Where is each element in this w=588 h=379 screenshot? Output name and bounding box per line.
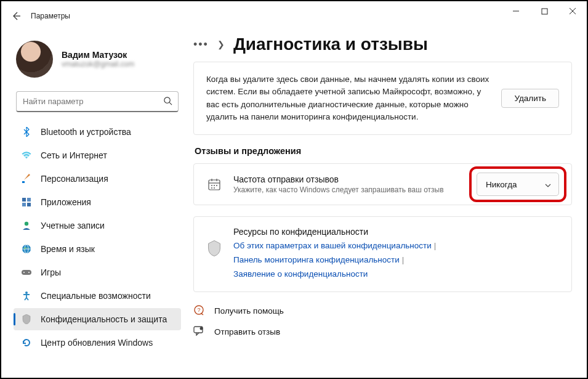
page-title: Диагностика и отзывы	[233, 35, 428, 54]
svg-point-22	[214, 185, 215, 186]
feedback-frequency-card: Частота отправки отзывов Укажите, как ча…	[193, 163, 572, 205]
resources-title: Ресурсы по конфиденциальности	[233, 227, 438, 237]
sidebar-item-label: Специальные возможности	[41, 291, 151, 301]
svg-text:?: ?	[197, 307, 200, 313]
breadcrumb: ••• ❯ Диагностика и отзывы	[193, 35, 572, 54]
give-feedback-label: Отправить отзыв	[214, 327, 280, 336]
svg-rect-1	[542, 9, 547, 14]
svg-point-24	[211, 187, 212, 189]
sidebar-item-bluetooth[interactable]: Bluetooth и устройства	[14, 121, 181, 143]
privacy-link-statement[interactable]: Заявление о конфиденциальности	[233, 269, 368, 279]
frequency-title: Частота отправки отзывов	[233, 174, 465, 184]
svg-point-23	[216, 185, 217, 186]
svg-point-2	[164, 97, 170, 103]
sidebar-item-label: Игры	[41, 267, 61, 277]
profile-name: Вадим Матузок	[62, 50, 134, 60]
sidebar-item-label: Время и язык	[41, 244, 95, 254]
privacy-link-about[interactable]: Об этих параметрах и вашей конфиденциаль…	[233, 241, 432, 250]
svg-rect-4	[22, 181, 25, 183]
globe-icon	[21, 243, 32, 255]
sidebar-item-accounts[interactable]: Учетные записи	[14, 214, 181, 237]
sidebar-item-label: Приложения	[41, 197, 91, 207]
gamepad-icon	[21, 267, 32, 278]
privacy-link-dashboard[interactable]: Панель мониторинга конфиденциальности	[233, 255, 400, 264]
sidebar-item-apps[interactable]: Приложения	[14, 191, 181, 213]
search-box	[16, 91, 179, 112]
back-button[interactable]	[4, 4, 28, 28]
sidebar: Вадим Матузок vmatuzok@gmail.com Bluetoo…	[1, 31, 186, 378]
svg-point-14	[23, 272, 25, 273]
privacy-resources-card: Ресурсы по конфиденциальности Об этих па…	[193, 216, 572, 292]
give-feedback-link[interactable]: Отправить отзыв	[193, 326, 572, 338]
profile-block[interactable]: Вадим Матузок vmatuzok@gmail.com	[14, 36, 181, 89]
shield-icon	[206, 240, 222, 256]
svg-rect-13	[22, 270, 31, 275]
svg-rect-5	[22, 198, 26, 202]
breadcrumb-more-icon[interactable]: •••	[193, 38, 209, 51]
sidebar-item-accessibility[interactable]: Специальные возможности	[14, 285, 181, 307]
sidebar-item-label: Учетные записи	[41, 221, 105, 230]
nav-list: Bluetooth и устройства Сеть и Интернет П…	[14, 121, 181, 354]
search-input[interactable]	[16, 91, 179, 112]
feedback-section-title: Отзывы и предложения	[195, 146, 572, 156]
apps-icon	[21, 197, 32, 208]
close-button[interactable]	[558, 1, 587, 21]
delete-data-card: Когда вы удалите здесь свои данные, мы н…	[193, 62, 572, 135]
sidebar-item-privacy[interactable]: Конфиденциальность и защита	[14, 308, 181, 330]
svg-rect-7	[22, 203, 26, 206]
sidebar-item-label: Bluetooth и устройства	[41, 127, 131, 137]
svg-point-9	[25, 222, 28, 226]
sidebar-item-time-language[interactable]: Время и язык	[14, 238, 181, 260]
main-content: ••• ❯ Диагностика и отзывы Когда вы удал…	[186, 31, 587, 378]
get-help-link[interactable]: ? Получить помощь	[193, 304, 572, 317]
frequency-dropdown[interactable]: Никогда	[477, 173, 559, 196]
avatar	[16, 41, 53, 78]
bluetooth-icon	[21, 126, 32, 137]
svg-point-25	[214, 187, 215, 189]
wifi-icon	[21, 150, 32, 161]
profile-email: vmatuzok@gmail.com	[62, 60, 134, 68]
feedback-icon	[193, 326, 206, 338]
chevron-right-icon: ❯	[217, 39, 225, 49]
svg-point-16	[25, 291, 28, 294]
sidebar-item-personalization[interactable]: Персонализация	[14, 168, 181, 190]
minimize-button[interactable]	[502, 1, 530, 21]
svg-line-3	[169, 102, 172, 105]
delete-data-text: Когда вы удалите здесь свои данные, мы н…	[206, 73, 489, 123]
get-help-label: Получить помощь	[214, 306, 284, 316]
update-icon	[21, 337, 32, 348]
titlebar: Параметры	[1, 1, 587, 31]
svg-point-15	[28, 272, 30, 273]
svg-rect-8	[27, 203, 31, 206]
search-icon	[163, 96, 172, 107]
maximize-button[interactable]	[530, 1, 558, 21]
svg-point-29	[200, 327, 203, 330]
shield-icon	[21, 314, 32, 325]
sidebar-item-windows-update[interactable]: Центр обновления Windows	[14, 332, 181, 354]
brush-icon	[21, 173, 32, 184]
help-icon: ?	[193, 304, 206, 317]
calendar-icon	[206, 177, 222, 191]
chevron-down-icon	[545, 180, 551, 189]
sidebar-item-label: Конфиденциальность и защита	[41, 314, 167, 324]
sidebar-item-label: Сеть и Интернет	[41, 150, 107, 160]
delete-button[interactable]: Удалить	[501, 89, 559, 108]
app-title: Параметры	[31, 12, 70, 20]
highlight-annotation: Никогда	[469, 166, 566, 202]
frequency-subtitle: Укажите, как часто Windows следует запра…	[233, 185, 465, 194]
sidebar-item-network[interactable]: Сеть и Интернет	[14, 144, 181, 166]
account-icon	[21, 220, 32, 231]
sidebar-item-label: Персонализация	[41, 174, 108, 184]
window-controls	[502, 1, 587, 21]
dropdown-value: Никогда	[486, 180, 517, 189]
help-links: ? Получить помощь Отправить отзыв	[193, 304, 572, 338]
accessibility-icon	[21, 290, 32, 301]
svg-rect-6	[27, 198, 31, 202]
sidebar-item-gaming[interactable]: Игры	[14, 261, 181, 283]
svg-point-21	[211, 185, 212, 186]
sidebar-item-label: Центр обновления Windows	[41, 338, 153, 348]
